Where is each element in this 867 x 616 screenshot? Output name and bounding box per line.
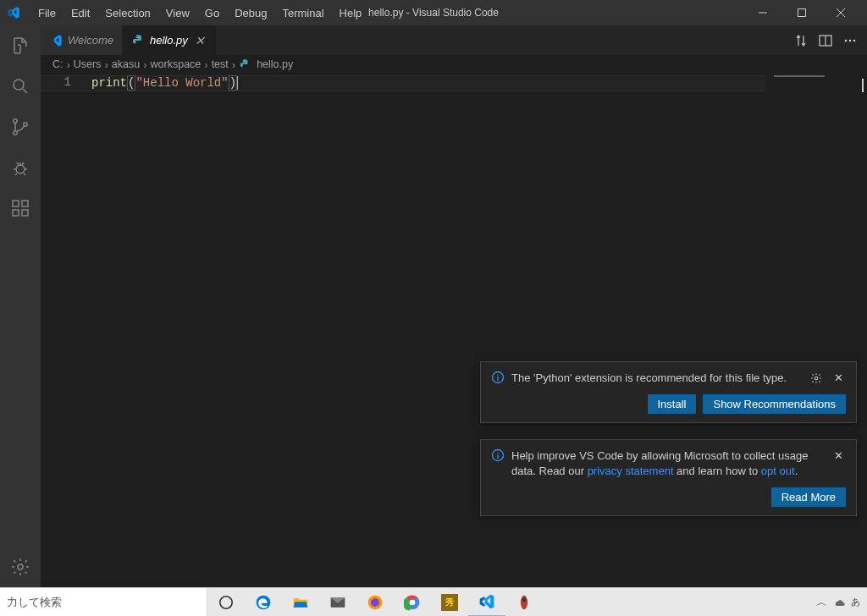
app-icon-2[interactable]	[505, 588, 543, 617]
firefox-icon[interactable]	[356, 588, 394, 617]
info-icon	[491, 371, 505, 384]
menu-terminal[interactable]: Terminal	[274, 3, 331, 23]
svg-point-12	[845, 39, 848, 41]
tray-chevron-icon[interactable]: ︿	[816, 595, 827, 610]
svg-rect-9	[22, 201, 28, 206]
explorer-icon[interactable]	[0, 25, 41, 66]
info-icon	[491, 448, 505, 462]
notification-message: The 'Python' extension is recommended fo…	[511, 371, 802, 386]
chrome-icon[interactable]	[394, 588, 431, 617]
svg-point-18	[220, 596, 232, 608]
vscode-logo-icon	[7, 6, 20, 19]
svg-point-24	[410, 599, 416, 605]
title-bar: File Edit Selection View Go Debug Termin…	[0, 0, 867, 25]
taskbar-search[interactable]: 力して検索	[0, 588, 207, 617]
cortana-icon[interactable]	[207, 588, 245, 617]
menu-view[interactable]: View	[158, 3, 197, 23]
svg-point-5	[16, 165, 25, 173]
notification-telemetry: Help improve VS Code by allowing Microso…	[480, 439, 857, 516]
menu-help[interactable]: Help	[332, 3, 370, 23]
svg-point-27	[522, 597, 527, 602]
svg-rect-0	[798, 9, 806, 17]
breadcrumb[interactable]: C:› Users› akasu› workspace› test› hello…	[41, 55, 867, 74]
svg-point-22	[371, 598, 379, 607]
svg-point-1	[14, 80, 24, 90]
show-recommendations-button[interactable]: Show Recommendations	[703, 394, 846, 414]
window-minimize-button[interactable]	[743, 0, 782, 25]
search-icon[interactable]	[0, 66, 41, 107]
menu-go[interactable]: Go	[197, 3, 227, 23]
tabs-bar: Welcome hello.py ✕	[41, 25, 867, 55]
tab-hello-py[interactable]: hello.py ✕	[123, 25, 216, 55]
edge-icon[interactable]	[245, 588, 282, 617]
svg-rect-8	[22, 210, 28, 216]
svg-point-4	[24, 123, 27, 126]
svg-point-2	[14, 119, 17, 123]
more-actions-icon[interactable]	[840, 30, 860, 51]
menu-selection[interactable]: Selection	[97, 3, 157, 23]
svg-point-13	[849, 39, 852, 41]
python-file-icon	[239, 58, 251, 70]
compare-changes-icon[interactable]	[791, 30, 811, 51]
extensions-icon[interactable]	[0, 188, 41, 228]
activity-bar	[0, 25, 41, 587]
split-editor-icon[interactable]	[815, 30, 836, 51]
notification-gear-icon[interactable]	[809, 371, 824, 386]
menu-debug[interactable]: Debug	[227, 3, 274, 23]
windows-taskbar: 力して検索 秀 ︿ あ	[0, 587, 867, 616]
vscode-icon	[49, 34, 63, 47]
file-explorer-icon[interactable]	[282, 588, 319, 617]
input-method-icon[interactable]: あ	[851, 596, 860, 608]
svg-point-16	[815, 377, 818, 380]
window-close-button[interactable]	[821, 0, 860, 25]
notification-message: Help improve VS Code by allowing Microso…	[511, 448, 824, 479]
debug-icon[interactable]	[0, 147, 41, 188]
tab-close-icon[interactable]: ✕	[193, 34, 207, 47]
tab-label: hello.py	[150, 34, 188, 47]
app-icon[interactable]: 秀	[431, 588, 468, 617]
mail-icon[interactable]	[319, 588, 356, 617]
vscode-taskbar-icon[interactable]	[468, 588, 505, 617]
install-button[interactable]: Install	[648, 394, 697, 414]
source-control-icon[interactable]	[0, 107, 41, 147]
read-more-button[interactable]: Read More	[771, 487, 846, 507]
onedrive-icon[interactable]	[832, 596, 846, 609]
opt-out-link[interactable]: opt out	[761, 465, 795, 477]
line-numbers-gutter: 1	[41, 74, 83, 587]
window-maximize-button[interactable]	[782, 0, 821, 25]
notification-python-extension: The 'Python' extension is recommended fo…	[480, 361, 857, 423]
svg-rect-7	[13, 210, 19, 216]
notification-close-icon[interactable]: ✕	[831, 448, 846, 464]
tab-label: Welcome	[68, 34, 113, 47]
svg-point-3	[14, 131, 17, 135]
search-placeholder: 力して検索	[7, 595, 62, 610]
svg-point-10	[18, 564, 23, 569]
menu-file[interactable]: File	[30, 3, 64, 23]
settings-gear-icon[interactable]	[0, 547, 41, 587]
svg-rect-6	[13, 201, 19, 206]
window-title: hello.py - Visual Studio Code	[368, 7, 499, 19]
notification-close-icon[interactable]: ✕	[831, 371, 846, 386]
python-file-icon	[131, 34, 145, 47]
privacy-statement-link[interactable]: privacy statement	[588, 465, 674, 477]
svg-point-14	[853, 39, 856, 41]
menu-edit[interactable]: Edit	[64, 3, 97, 23]
tab-welcome[interactable]: Welcome	[41, 25, 123, 55]
text-cursor	[237, 76, 238, 90]
system-tray[interactable]: ︿ あ	[809, 595, 867, 610]
svg-text:秀: 秀	[445, 597, 454, 607]
